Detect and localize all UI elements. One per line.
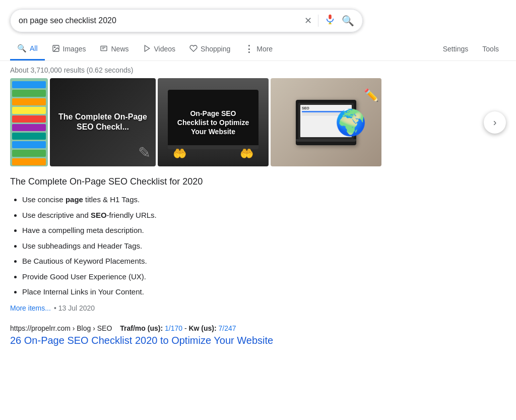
- tools-link[interactable]: Tools: [475, 39, 506, 59]
- mic-icon[interactable]: [325, 14, 336, 28]
- shopping-icon: [189, 44, 198, 54]
- image-thumb-1[interactable]: [10, 78, 48, 166]
- settings-link[interactable]: Settings: [436, 39, 476, 59]
- more-items-link[interactable]: More items...: [10, 304, 51, 312]
- image-overlay-text-3: On-Page SEO Checklist to Optimize Your W…: [177, 108, 249, 136]
- tab-shopping[interactable]: Shopping: [182, 38, 237, 60]
- image-strip-next-button[interactable]: ›: [484, 111, 506, 134]
- bar: [12, 150, 46, 157]
- result-item: https://propelrr.com › Blog › SEO Traf/m…: [0, 322, 363, 355]
- traffic-link[interactable]: 1/170: [165, 324, 182, 332]
- search-input[interactable]: [19, 16, 304, 25]
- bar: [12, 98, 46, 105]
- list-item: Use descriptive and SEO-friendly URLs.: [22, 210, 353, 221]
- more-items-row: More items... • 13 Jul 2020: [0, 304, 516, 312]
- divider: [318, 15, 318, 27]
- tab-all[interactable]: 🔍 All: [10, 38, 45, 61]
- bar: [12, 133, 46, 140]
- image-strip: The Complete On-Page SEO Checkl... ✎ On-…: [0, 78, 516, 166]
- bar: [12, 107, 46, 114]
- image-overlay-text-2: The Complete On-Page SEO Checkl...: [55, 112, 151, 133]
- videos-icon: [143, 44, 151, 54]
- result-url: https://propelrr.com › Blog › SEO: [10, 324, 112, 332]
- tab-news[interactable]: News: [93, 38, 136, 60]
- search-bar-wrapper: ✕ 🔍: [0, 0, 516, 37]
- search-bar: ✕ 🔍: [10, 9, 363, 32]
- result-breadcrumb: https://propelrr.com › Blog › SEO Traf/m…: [10, 324, 353, 332]
- results-count: About 3,710,000 results (0.62 seconds): [10, 66, 133, 74]
- svg-marker-8: [145, 45, 149, 51]
- result-traffic: Traf/mo (us): 1/170 - Kw (us): 7/247: [120, 324, 236, 332]
- image-thumb-4[interactable]: SEO 🌍 ✏️: [271, 78, 381, 166]
- tab-news-label: News: [111, 45, 128, 53]
- snippet-date: • 13 Jul 2020: [54, 304, 95, 312]
- nav-tabs: 🔍 All Images News Videos: [0, 37, 516, 61]
- bar: [12, 81, 46, 88]
- tab-images-label: Images: [63, 45, 86, 53]
- tab-all-label: All: [30, 44, 38, 52]
- bar: [12, 124, 46, 131]
- list-item: Use subheadings and Header Tags.: [22, 241, 353, 252]
- tab-videos-label: Videos: [154, 45, 176, 53]
- list-item: Place Internal Links in Your Content.: [22, 286, 353, 298]
- image-thumb-2[interactable]: The Complete On-Page SEO Checkl... ✎: [50, 78, 156, 166]
- tab-images[interactable]: Images: [45, 38, 93, 60]
- bar: [12, 115, 46, 123]
- snippet-title: The Complete On-Page SEO Checklist for 2…: [10, 176, 353, 187]
- clear-icon[interactable]: ✕: [304, 15, 312, 26]
- list-item: Use concise page titles & H1 Tags.: [22, 194, 353, 206]
- list-item: Be Cautious of Keyword Placements.: [22, 256, 353, 267]
- search-submit-icon[interactable]: 🔍: [342, 15, 354, 27]
- tab-more[interactable]: ⋮ More: [237, 37, 280, 61]
- bar: [12, 141, 46, 148]
- images-icon: [52, 44, 60, 54]
- news-icon: [100, 44, 108, 54]
- result-title-link[interactable]: 26 On-Page SEO Checklist 2020 to Optimiz…: [10, 333, 353, 347]
- results-meta: About 3,710,000 results (0.62 seconds): [0, 61, 516, 78]
- all-icon: 🔍: [17, 44, 27, 53]
- svg-rect-0: [329, 15, 332, 19]
- list-item: Provide Good User Experience (UX).: [22, 271, 353, 283]
- tab-videos[interactable]: Videos: [136, 38, 183, 60]
- bar: [12, 90, 46, 97]
- featured-snippet: The Complete On-Page SEO Checklist for 2…: [0, 176, 363, 298]
- more-dots-icon: ⋮: [244, 43, 253, 54]
- image-thumb-3[interactable]: On-Page SEO Checklist to Optimize Your W…: [158, 78, 269, 166]
- svg-point-4: [54, 46, 55, 47]
- snippet-list: Use concise page titles & H1 Tags. Use d…: [10, 194, 353, 298]
- list-item: Have a compelling meta description.: [22, 225, 353, 236]
- bar: [12, 158, 46, 165]
- kw-link[interactable]: 7/247: [219, 324, 236, 332]
- tab-more-label: More: [256, 45, 273, 53]
- tab-shopping-label: Shopping: [201, 45, 230, 53]
- search-icons: ✕ 🔍: [304, 14, 354, 28]
